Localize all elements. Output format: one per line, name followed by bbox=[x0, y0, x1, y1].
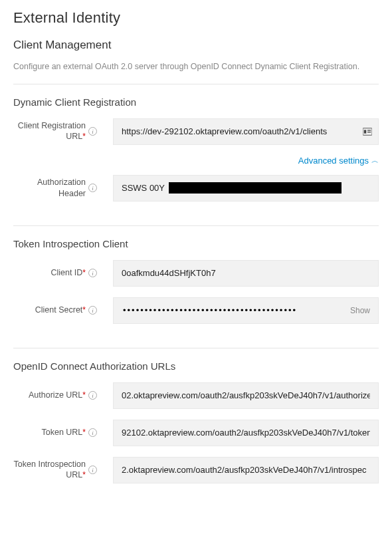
contact-card-icon bbox=[363, 128, 372, 136]
svg-rect-2 bbox=[367, 130, 371, 130]
field-introspection-url: Token Introspection URL* i bbox=[13, 457, 379, 483]
page-title: External Identity bbox=[13, 9, 379, 27]
required-mark: * bbox=[82, 268, 86, 277]
label-client-secret: Client Secret* bbox=[35, 305, 86, 316]
field-registration-url: Client Registration URL* i bbox=[13, 118, 379, 145]
input-client-id[interactable] bbox=[113, 260, 379, 287]
page-description: Configure an external OAuth 2.0 server t… bbox=[13, 61, 379, 73]
label-token-url: Token URL* bbox=[41, 427, 86, 438]
svg-rect-1 bbox=[364, 130, 367, 133]
required-mark: * bbox=[82, 390, 86, 400]
label-registration-url: Client Registration URL* bbox=[13, 120, 86, 142]
advanced-settings-toggle[interactable]: Advanced settings ︿ bbox=[298, 156, 379, 166]
input-client-secret[interactable] bbox=[122, 305, 350, 316]
required-mark: * bbox=[82, 305, 86, 315]
auth-header-prefix: SSWS 00Y bbox=[122, 183, 165, 193]
chevron-up-icon: ︿ bbox=[371, 156, 379, 166]
input-introspection-url[interactable] bbox=[113, 457, 379, 483]
field-client-secret: Client Secret* i Show bbox=[13, 297, 379, 324]
info-icon[interactable]: i bbox=[88, 306, 97, 315]
redacted-value bbox=[169, 182, 342, 194]
field-token-url: Token URL* i bbox=[13, 420, 379, 446]
label-authorize-url: Authorize URL* bbox=[29, 390, 86, 401]
label-client-id: Client ID* bbox=[50, 267, 86, 279]
input-auth-header[interactable]: SSWS 00Y bbox=[113, 175, 379, 201]
divider bbox=[13, 225, 379, 226]
field-client-id: Client ID* i bbox=[13, 260, 379, 287]
advanced-settings-label: Advanced settings bbox=[298, 156, 369, 166]
svg-rect-3 bbox=[367, 132, 371, 132]
info-icon[interactable]: i bbox=[88, 127, 97, 136]
input-token-url[interactable] bbox=[113, 420, 379, 446]
info-icon[interactable]: i bbox=[88, 184, 97, 192]
section-title-introspection: Token Introspection Client bbox=[13, 238, 379, 249]
divider bbox=[13, 348, 379, 348]
required-mark: * bbox=[82, 470, 86, 479]
required-mark: * bbox=[82, 132, 86, 141]
input-registration-url[interactable] bbox=[113, 118, 379, 145]
page-subtitle: Client Management bbox=[13, 39, 379, 52]
field-auth-header: Authorization Header i SSWS 00Y bbox=[13, 175, 379, 201]
divider bbox=[13, 84, 379, 84]
required-mark: * bbox=[82, 428, 86, 437]
field-authorize-url: Authorize URL* i bbox=[13, 382, 379, 409]
label-auth-header: Authorization Header bbox=[13, 177, 86, 199]
info-icon[interactable]: i bbox=[88, 391, 97, 400]
input-authorize-url[interactable] bbox=[113, 382, 379, 409]
section-title-oidc: OpenID Connect Authorization URLs bbox=[13, 360, 379, 372]
show-secret-button[interactable]: Show bbox=[350, 306, 370, 315]
info-icon[interactable]: i bbox=[88, 428, 97, 437]
info-icon[interactable]: i bbox=[88, 269, 97, 277]
label-introspection-url: Token Introspection URL* bbox=[13, 459, 86, 481]
section-title-dcr: Dynamic Client Registration bbox=[13, 96, 379, 108]
info-icon[interactable]: i bbox=[88, 466, 97, 474]
